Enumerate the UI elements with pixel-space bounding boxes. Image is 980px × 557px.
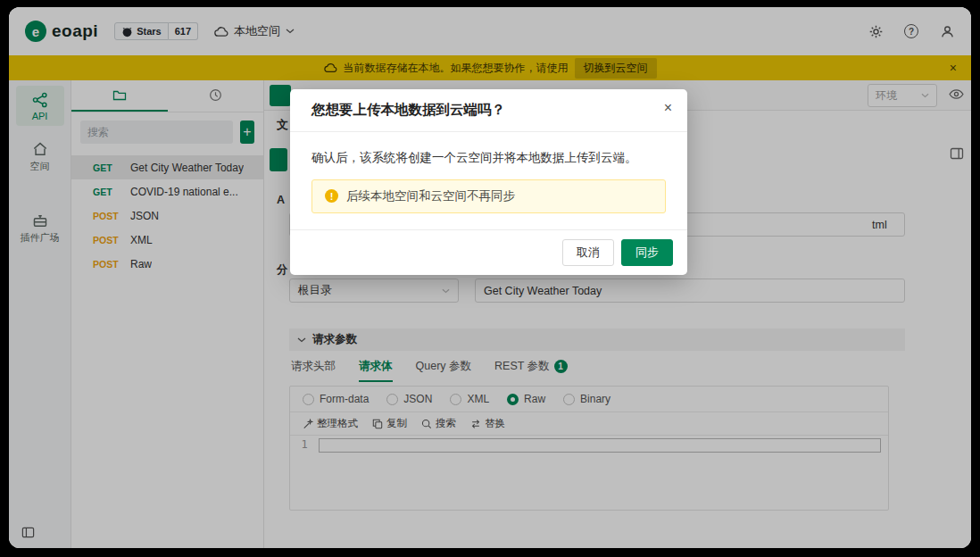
modal-message: 确认后，该系统将创建一个云空间并将本地数据上传到云端。 (311, 150, 666, 167)
sync-button[interactable]: 同步 (621, 239, 673, 266)
modal-backdrop[interactable] (9, 7, 971, 548)
modal-body: 确认后，该系统将创建一个云空间并将本地数据上传到云端。 ! 后续本地空间和云空间… (290, 132, 687, 229)
modal-close-icon[interactable]: × (664, 100, 672, 116)
warning-icon: ! (325, 189, 338, 203)
warning-alert: ! 后续本地空间和云空间不再同步 (311, 179, 666, 213)
app-window: e eoapi Stars 617 本地空间 (9, 7, 971, 548)
warning-text: 后续本地空间和云空间不再同步 (346, 188, 515, 204)
modal-title: 您想要上传本地数据到云端吗？ (311, 102, 505, 117)
modal-header: 您想要上传本地数据到云端吗？ × (290, 89, 687, 132)
upload-to-cloud-modal: 您想要上传本地数据到云端吗？ × 确认后，该系统将创建一个云空间并将本地数据上传… (290, 89, 687, 275)
modal-footer: 取消 同步 (290, 229, 687, 275)
cancel-button[interactable]: 取消 (562, 239, 614, 266)
